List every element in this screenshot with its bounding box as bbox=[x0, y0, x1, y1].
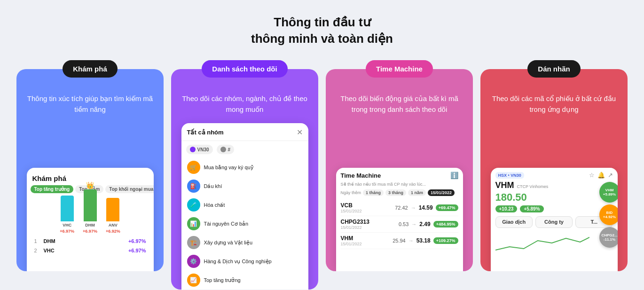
group-row-2[interactable]: 🧪 Hóa chất bbox=[184, 196, 306, 214]
dn-icons: ☆ 🔔 ↗ bbox=[589, 172, 613, 179]
stock-name-1: VHC bbox=[44, 248, 128, 253]
tm-date-3m[interactable]: 3 tháng bbox=[385, 189, 406, 196]
dn-btn-cong-ty[interactable]: Công ty bbox=[535, 216, 573, 228]
dn-btn-row: Giao dịch Công ty T... bbox=[495, 216, 613, 228]
dn-sticker-sub-2: -11.1% bbox=[604, 237, 615, 242]
tm-title-row: Time Machine ℹ️ bbox=[341, 172, 458, 179]
card-desc-danh-sach: Theo dõi các nhóm, ngành, chủ đề theo mo… bbox=[181, 94, 309, 115]
tm-date-label: Ngày thêm bbox=[341, 190, 361, 195]
card-dan-nhan: Theo dõi các mã cổ phiếu ở bất cứ đầu tr… bbox=[480, 69, 628, 271]
group-icon-2: 🧪 bbox=[187, 198, 200, 212]
tm-stock-date-2: 15/01/2022 bbox=[341, 242, 362, 246]
share-icon[interactable]: ↗ bbox=[608, 172, 613, 179]
mockup-kham-pha: Khám phá Top tăng trưởng Top giảm Top kh… bbox=[26, 123, 154, 271]
bar-item-1: 👑 DHM +6.97% bbox=[83, 188, 97, 234]
card-wrapper-danh-sach: Danh sách theo dõi Theo dõi các nhóm, ng… bbox=[171, 60, 318, 290]
tab-danh-sach[interactable]: Danh sách theo dõi bbox=[202, 60, 287, 78]
tm-badge-0: +69.47% bbox=[436, 204, 458, 211]
tm-stock-left-0: VCB 15/01/2022 bbox=[341, 202, 362, 213]
modal-close-button[interactable]: ✕ bbox=[297, 128, 303, 137]
dn-sticker-0: VHM +5.89% bbox=[599, 182, 618, 203]
dn-btn-giao-dich[interactable]: Giao dịch bbox=[495, 216, 533, 228]
stock-name-0: DHM bbox=[44, 238, 128, 244]
bar-vhc bbox=[61, 196, 74, 221]
dn-company: CTCP Vinhomes bbox=[517, 184, 549, 189]
tab-time-machine[interactable]: Time Machine bbox=[366, 60, 433, 78]
tm-badge-2: +109.27% bbox=[433, 237, 458, 244]
group-tab-hash[interactable]: # bbox=[217, 145, 235, 154]
modal-title-bar: Tất cả nhóm ✕ bbox=[181, 123, 308, 141]
group-tab-vn30[interactable]: VN30 bbox=[186, 145, 213, 154]
dn-change-row: +10.23 +5.89% bbox=[495, 205, 613, 212]
group-icon-4: 🏗️ bbox=[187, 236, 200, 249]
tm-help-icon[interactable]: ℹ️ bbox=[450, 172, 458, 179]
dn-ticker-row: VHM CTCP Vinhomes bbox=[495, 180, 613, 190]
tm-date-custom[interactable]: 15/01/2022 bbox=[428, 189, 455, 196]
group-name-0: Mua bằng vay ký quỹ bbox=[204, 165, 254, 171]
bar-chart-area: VHC +6.97% 👑 DHM +6.97% bbox=[31, 197, 150, 235]
dn-change-pct: +5.89% bbox=[520, 205, 543, 212]
group-icon-0: 🛒 bbox=[187, 161, 200, 174]
stock-list-kham-pha: 1 DHM +6.97% 2 VHC +6.97% bbox=[31, 235, 150, 257]
tm-arrow-2: → bbox=[408, 238, 414, 243]
group-row-1[interactable]: ⛽ Dầu khí bbox=[184, 177, 306, 196]
tm-price-from-0: 72.42 bbox=[395, 205, 408, 211]
group-icon-5: ⚙️ bbox=[187, 255, 200, 268]
group-name-3: Tài nguyên Cơ bản bbox=[204, 221, 249, 227]
tm-stock-date-1: 15/01/2022 bbox=[341, 225, 369, 230]
star-icon[interactable]: ☆ bbox=[589, 172, 595, 179]
tm-price-to-2: 53.18 bbox=[416, 237, 431, 244]
tab-dan-nhan[interactable]: Dán nhãn bbox=[527, 60, 580, 78]
mockup-time-machine: Time Machine ℹ️ Sẽ thế nào nếu tôi mua m… bbox=[335, 123, 463, 271]
tm-stock-right-2: 25.94 → 53.18 +109.27% bbox=[393, 237, 458, 244]
dot-vn30 bbox=[190, 147, 196, 152]
card-wrapper-dan-nhan: Dán nhãn Theo dõi các mã cổ phiếu ở bất … bbox=[480, 60, 628, 271]
tm-price-from-1: 0.53 bbox=[399, 221, 408, 227]
group-icon-1: ⛽ bbox=[187, 180, 200, 193]
modal-frame-danh-sach: Tất cả nhóm ✕ VN30 # bbox=[181, 123, 308, 290]
tm-stock-row-1: CHPG2313 15/01/2022 0.53 → 2.49 +484.95% bbox=[341, 216, 458, 233]
tm-title: Time Machine bbox=[341, 172, 381, 179]
dn-sticker-label-2: CHPG2... bbox=[601, 233, 617, 237]
group-row-0[interactable]: 🛒 Mua bằng vay ký quỹ bbox=[184, 158, 306, 177]
tab-kham-pha[interactable]: Khám phá bbox=[63, 60, 118, 78]
group-row-6[interactable]: 📈 Top tăng trưởng bbox=[184, 271, 306, 290]
group-icon-3: 📊 bbox=[187, 217, 200, 230]
group-list: 🛒 Mua bằng vay ký quỹ ⛽ Dầu khí 🧪 Hóa ch… bbox=[181, 158, 308, 290]
dn-sticker-2: CHPG2... -11.1% bbox=[599, 227, 618, 248]
group-row-5[interactable]: ⚙️ Hàng & Dịch vụ Công nghiệp bbox=[184, 252, 306, 271]
dn-sticker-sub-0: +5.89% bbox=[603, 192, 616, 196]
tm-date-row: Ngày thêm 1 tháng 3 tháng 1 năm 15/01/20… bbox=[341, 189, 458, 196]
dn-header-row: HSX • VN30 ☆ 🔔 ↗ bbox=[495, 172, 613, 179]
tm-date-1y[interactable]: 1 năm bbox=[408, 189, 426, 196]
tab-pill-top-kn[interactable]: Top khối ngoại mua ròng bbox=[105, 185, 153, 193]
tm-stock-row-2: VHM 15/01/2022 25.94 → 53.18 +109.27% bbox=[341, 233, 458, 249]
group-icon-6: 📈 bbox=[187, 274, 200, 287]
tm-badge-1: +484.95% bbox=[433, 221, 458, 227]
bar-pct-dhm: +6.97% bbox=[83, 229, 97, 234]
group-tab-vn30-label: VN30 bbox=[197, 147, 209, 152]
dn-sticker-1: BID +4.92% bbox=[599, 204, 618, 225]
group-tabs-row: VN30 # bbox=[181, 141, 308, 158]
tab-pill-top-tang[interactable]: Top tăng trưởng bbox=[31, 185, 74, 193]
tm-stock-right-0: 72.42 → 14.59 +69.47% bbox=[395, 204, 458, 211]
group-name-2: Hóa chất bbox=[204, 202, 225, 208]
stock-change-0: +6.97% bbox=[128, 238, 146, 244]
tm-arrow-1: → bbox=[411, 221, 416, 227]
bell-icon[interactable]: 🔔 bbox=[597, 172, 605, 179]
tm-date-1m[interactable]: 1 tháng bbox=[363, 189, 384, 196]
dn-frame: HSX • VN30 ☆ 🔔 ↗ VHM CTCP Vinhomes 180.5… bbox=[491, 168, 618, 271]
bar-pct-anv: +6.92% bbox=[106, 229, 120, 234]
tm-stock-name-1: CHPG2313 bbox=[341, 219, 369, 225]
group-row-4[interactable]: 🏗️ Xây dựng và Vật liệu bbox=[184, 233, 306, 252]
phone-frame-kham-pha: Khám phá Top tăng trưởng Top giảm Top kh… bbox=[27, 168, 154, 271]
tm-price-to-0: 14.59 bbox=[419, 204, 433, 211]
tm-frame: Time Machine ℹ️ Sẽ thế nào nếu tôi mua m… bbox=[336, 168, 463, 271]
page-title: Thông tin đầu tư thông minh và toàn diện bbox=[251, 14, 393, 47]
tm-price-from-2: 25.94 bbox=[393, 238, 406, 243]
dn-sticker-label-1: BID bbox=[606, 211, 613, 215]
mockup-dan-nhan: HSX • VN30 ☆ 🔔 ↗ VHM CTCP Vinhomes 180.5… bbox=[490, 123, 618, 271]
bar-item-2: ANV +6.92% bbox=[106, 198, 120, 234]
group-row-3[interactable]: 📊 Tài nguyên Cơ bản bbox=[184, 214, 306, 233]
bar-label-anv: ANV bbox=[109, 223, 118, 227]
